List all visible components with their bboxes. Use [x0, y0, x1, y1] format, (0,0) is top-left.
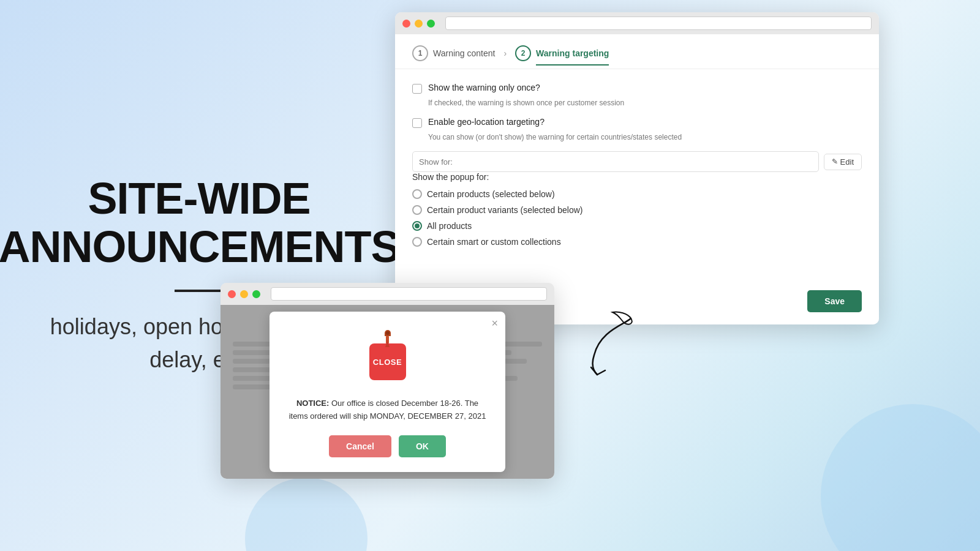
step-1-item[interactable]: 1 Warning content — [412, 45, 495, 69]
title-line1: SITE-WIDE — [88, 174, 311, 223]
step-2-item[interactable]: 2 Warning targeting — [515, 45, 609, 69]
step-2-circle: 2 — [515, 45, 531, 61]
geo-targeting-desc: You can show (or don't show) the warning… — [428, 133, 862, 141]
admin-body: Show the warning only once? If checked, … — [395, 69, 879, 260]
geo-targeting-checkbox[interactable] — [412, 118, 422, 128]
demo-minimize-dot[interactable] — [240, 290, 248, 298]
radio-all-products-inner — [415, 223, 420, 228]
modal-buttons: Cancel OK — [287, 435, 488, 457]
show-once-desc: If checked, the warning is shown once pe… — [428, 99, 862, 107]
save-button[interactable]: Save — [807, 290, 862, 312]
modal-overlay: × CLOSE NOTICE: Our office is closed Dec… — [221, 305, 554, 479]
arrow-annotation — [576, 306, 649, 380]
edit-button[interactable]: ✎ Edit — [824, 154, 862, 170]
admin-browser-content: 1 Warning content › 2 Warning targeting … — [395, 34, 879, 324]
radio-certain-variants[interactable]: Certain product variants (selected below… — [412, 205, 862, 215]
step-2-label: Warning targeting — [536, 48, 609, 66]
save-area: Save — [807, 290, 862, 312]
geo-targeting-row: Enable geo-location targeting? — [412, 117, 862, 128]
demo-titlebar — [221, 283, 554, 305]
radio-collections-label: Certain smart or custom collections — [427, 237, 561, 247]
show-once-checkbox[interactable] — [412, 84, 422, 94]
radio-all-products[interactable]: All products — [412, 221, 862, 231]
pencil-icon: ✎ — [832, 157, 838, 166]
admin-browser-window: 1 Warning content › 2 Warning targeting … — [395, 12, 879, 324]
cancel-button[interactable]: Cancel — [329, 435, 391, 457]
close-dot[interactable] — [402, 20, 410, 28]
show-for-input[interactable] — [412, 151, 819, 172]
close-sign-text: CLOSE — [373, 358, 402, 367]
show-once-row: Show the warning only once? — [412, 83, 862, 94]
radio-certain-variants-button[interactable] — [412, 205, 422, 215]
modal-close-button[interactable]: × — [491, 318, 498, 329]
step-arrow: › — [503, 48, 507, 66]
demo-browser-window: × CLOSE NOTICE: Our office is closed Dec… — [221, 283, 554, 479]
minimize-dot[interactable] — [415, 20, 423, 28]
step-1-circle: 1 — [412, 45, 428, 61]
demo-urlbar[interactable] — [271, 287, 547, 301]
modal-box: × CLOSE NOTICE: Our office is closed Dec… — [270, 312, 505, 472]
radio-certain-products-label: Certain products (selected below) — [427, 189, 555, 199]
admin-titlebar — [395, 12, 879, 34]
radio-collections-button[interactable] — [412, 237, 422, 247]
title-line2: ANNOUNCEMENTS — [0, 222, 400, 271]
admin-urlbar[interactable] — [445, 17, 872, 30]
show-for-row: ✎ Edit — [412, 151, 862, 172]
deco-circle-br — [821, 404, 980, 551]
title-divider — [175, 290, 224, 292]
step-1-label: Warning content — [433, 48, 495, 58]
demo-close-dot[interactable] — [228, 290, 236, 298]
radio-certain-variants-label: Certain product variants (selected below… — [427, 205, 582, 215]
radio-certain-products-button[interactable] — [412, 189, 422, 199]
popup-for-label: Show the popup for: — [412, 172, 862, 182]
close-sign-icon: CLOSE — [369, 343, 406, 380]
radio-all-products-label: All products — [427, 221, 472, 231]
modal-notice: NOTICE: Our office is closed December 18… — [287, 397, 488, 423]
radio-certain-products[interactable]: Certain products (selected below) — [412, 189, 862, 199]
radio-all-products-button[interactable] — [412, 221, 422, 231]
main-title: SITE-WIDE ANNOUNCEMENTS — [0, 174, 400, 271]
demo-maximize-dot[interactable] — [252, 290, 260, 298]
geo-targeting-label: Enable geo-location targeting? — [428, 117, 545, 127]
maximize-dot[interactable] — [427, 20, 435, 28]
steps-navigation: 1 Warning content › 2 Warning targeting — [395, 34, 879, 69]
show-once-label: Show the warning only once? — [428, 83, 540, 92]
ok-button[interactable]: OK — [399, 435, 446, 457]
radio-collections[interactable]: Certain smart or custom collections — [412, 237, 862, 247]
radio-list: Certain products (selected below) Certai… — [412, 189, 862, 247]
notice-bold: NOTICE: — [296, 399, 329, 408]
